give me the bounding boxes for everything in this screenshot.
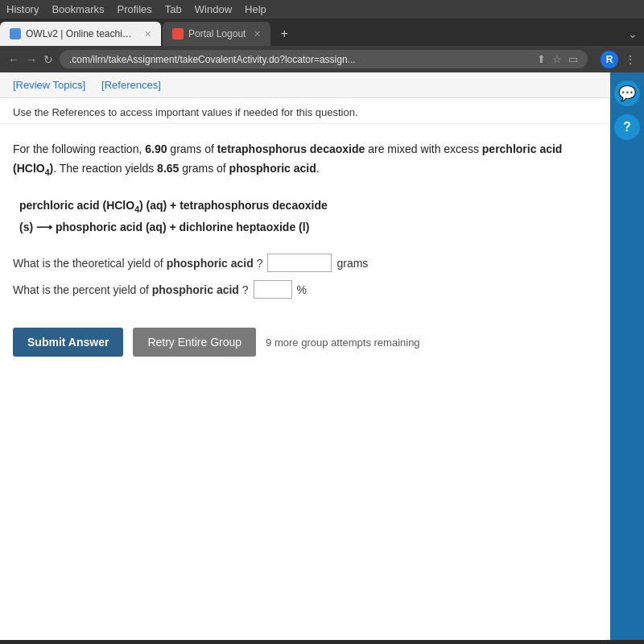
menu-bookmarks[interactable]: Bookmarks xyxy=(52,3,104,15)
button-row: Submit Answer Retry Entire Group 9 more … xyxy=(13,318,597,366)
window-icon[interactable]: ▭ xyxy=(568,53,578,65)
browser-right-icons: R ⋮ xyxy=(594,51,636,68)
question-text: For the following reaction, 6.90 grams o… xyxy=(13,140,597,180)
menu-profiles[interactable]: Profiles xyxy=(117,3,151,15)
tab1-close[interactable]: ✕ xyxy=(144,29,151,39)
tab-owlv2[interactable]: OWLv2 | Online teaching an ✕ xyxy=(0,22,161,46)
avatar[interactable]: R xyxy=(601,51,618,68)
equation-line1: perchloric acid (HClO4) (aq) + tetraphos… xyxy=(19,196,597,217)
share-icon[interactable]: ⬆ xyxy=(537,53,546,65)
equation-block: perchloric acid (HClO4) (aq) + tetraphos… xyxy=(13,196,597,237)
references-link[interactable]: [References] xyxy=(101,79,161,91)
menu-window[interactable]: Window xyxy=(195,3,232,15)
tab2-close[interactable]: ✕ xyxy=(254,29,261,39)
main-content: [Review Topics] [References] Use the Ref… xyxy=(0,72,610,640)
url-text: .com/ilrn/takeAssignment/takeCovalentAct… xyxy=(69,54,356,65)
yield-mass: 8.65 xyxy=(157,162,179,175)
retry-button[interactable]: Retry Entire Group xyxy=(133,328,256,357)
forward-icon[interactable]: → xyxy=(26,53,37,66)
reload-icon[interactable]: ↻ xyxy=(43,53,53,66)
percent-yield-input[interactable] xyxy=(254,280,292,299)
attempts-text: 9 more group attempts remaining xyxy=(266,336,419,349)
answer-row-percent: What is the percent yield of phosphoric … xyxy=(13,280,597,299)
percent-yield-unit: % xyxy=(297,283,307,296)
nav-icons: ← → ↻ xyxy=(8,53,53,66)
menu-tab[interactable]: Tab xyxy=(165,3,182,15)
help-icon[interactable]: ? xyxy=(614,114,640,140)
tab-bar: OWLv2 | Online teaching an ✕ Portal Logo… xyxy=(0,19,644,46)
chat-icon[interactable]: 💬 xyxy=(614,80,640,106)
theoretical-yield-label: What is the theoretical yield of phospho… xyxy=(13,257,262,270)
reference-note: Use the References to access important v… xyxy=(0,98,610,124)
answer-section: What is the theoretical yield of phospho… xyxy=(13,254,597,299)
new-tab-button[interactable]: + xyxy=(272,22,295,46)
tab-portal[interactable]: Portal Logout ✕ xyxy=(163,22,270,46)
url-action-icons: ⬆ ☆ ▭ xyxy=(537,53,578,65)
right-sidebar: 💬 ? xyxy=(610,72,644,640)
tab1-favicon xyxy=(10,28,21,39)
reagent1-name: tetraphosphorus decaoxide xyxy=(217,142,365,155)
top-links-bar: [Review Topics] [References] xyxy=(0,72,610,98)
theoretical-yield-input[interactable] xyxy=(267,254,332,272)
tab2-label: Portal Logout xyxy=(188,28,246,39)
page-content: [Review Topics] [References] Use the Ref… xyxy=(0,72,644,640)
tab2-favicon xyxy=(172,28,184,39)
theoretical-yield-unit: grams xyxy=(336,257,368,270)
tab1-label: OWLv2 | Online teaching an xyxy=(26,28,136,39)
address-bar: ← → ↻ .com/ilrn/takeAssignment/takeCoval… xyxy=(0,46,644,72)
menu-history[interactable]: History xyxy=(6,3,39,15)
review-topics-link[interactable]: [Review Topics] xyxy=(13,79,85,91)
question-body: For the following reaction, 6.90 grams o… xyxy=(0,124,610,382)
menu-bar: History Bookmarks Profiles Tab Window He… xyxy=(0,0,644,19)
answer-row-theoretical: What is the theoretical yield of phospho… xyxy=(13,254,597,272)
product-name: phosphoric acid xyxy=(229,162,316,175)
equation-line2: (s) ⟶ phosphoric acid (aq) + dichlorine … xyxy=(19,217,597,237)
mass-value: 6.90 xyxy=(145,142,167,155)
back-icon[interactable]: ← xyxy=(8,53,19,66)
url-field[interactable]: .com/ilrn/takeAssignment/takeCovalentAct… xyxy=(60,50,588,68)
star-icon[interactable]: ☆ xyxy=(552,53,562,65)
submit-button[interactable]: Submit Answer xyxy=(13,328,123,357)
menu-help[interactable]: Help xyxy=(245,3,266,15)
percent-yield-label: What is the percent yield of phosphoric … xyxy=(13,283,249,296)
menu-dots-icon[interactable]: ⋮ xyxy=(625,53,636,66)
